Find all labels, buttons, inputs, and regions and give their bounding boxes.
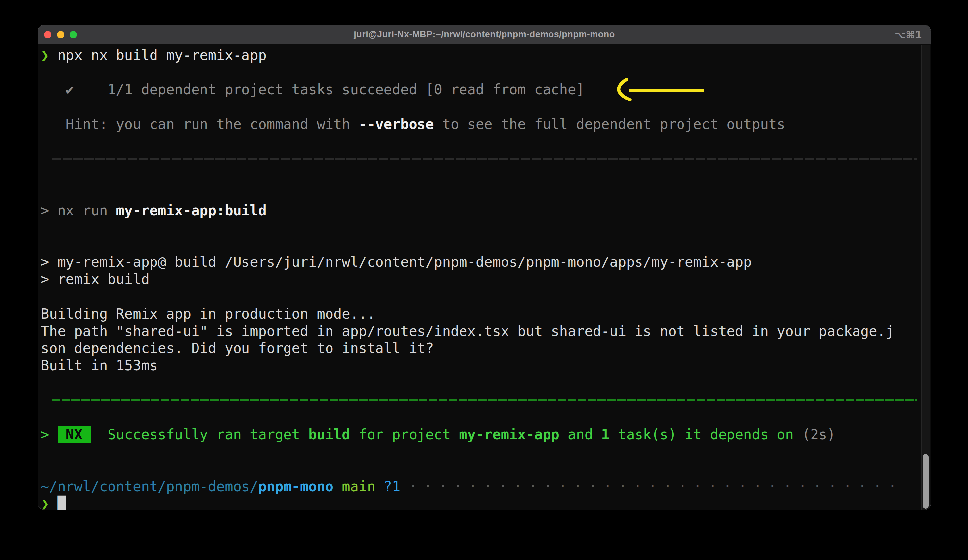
prompt-dots: ································· — [409, 478, 903, 494]
success-text: Successfully ran target — [91, 426, 308, 443]
nx-success-line: > NX Successfully ran target build for p… — [41, 426, 921, 443]
success-text-3: and — [559, 426, 601, 443]
command-text: npx nx build my-remix-app — [58, 47, 267, 63]
tab-shortcut-label: ⌥⌘1 — [895, 25, 922, 44]
command-line: ❯ npx nx build my-remix-app — [41, 46, 921, 64]
success-text-2: for project — [350, 426, 459, 443]
success-duration: (2s) — [802, 426, 835, 443]
remix-build-text: > remix build — [41, 271, 149, 287]
nx-run-line: > nx run my-remix-app:build — [41, 202, 921, 219]
success-target: build — [308, 426, 350, 443]
prompt-path-line: ~/nrwl/content/pnpm-demos/pnpm-mono main… — [41, 478, 921, 495]
terminal-output[interactable]: ❯ npx nx build my-remix-app ✔ 1/1 depend… — [38, 44, 931, 510]
blank-line — [41, 167, 921, 185]
blank-line — [41, 375, 921, 392]
separator-line — [41, 392, 921, 409]
remix-build-line: > remix build — [41, 271, 921, 288]
building-line: Building Remix app in production mode... — [41, 306, 921, 323]
terminal-cursor: █ — [58, 496, 66, 510]
blank-line — [41, 64, 921, 81]
warning-line-2: son dependencies. Did you forget to inst… — [41, 340, 921, 357]
tasks-succeeded-line: ✔ 1/1 dependent project tasks succeeded … — [41, 81, 921, 98]
terminal-window: juri@Juri-Nx-MBP:~/nrwl/content/pnpm-dem… — [38, 25, 931, 510]
separator-rule — [51, 158, 917, 160]
blank-line — [41, 99, 921, 116]
warning-text-2: son dependencies. Did you forget to inst… — [41, 340, 434, 356]
hint-text: Hint: you can run the command with — [41, 116, 359, 132]
desktop: juri@Juri-Nx-MBP:~/nrwl/content/pnpm-dem… — [0, 0, 968, 560]
blank-line — [41, 185, 921, 202]
blank-line — [41, 288, 921, 306]
success-task-count: 1 — [601, 426, 609, 443]
built-line: Built in 153ms — [41, 357, 921, 374]
blank-line — [41, 461, 921, 478]
tasks-succeeded-text: 1/1 dependent project tasks succeeded [0… — [108, 81, 584, 97]
prompt-input-line: ❯ █ — [41, 495, 921, 510]
cwd-path: ~/nrwl/content/pnpm-demos/ — [41, 478, 258, 494]
warning-text-1: The path "shared-ui" is imported in app/… — [41, 323, 894, 339]
scrollbar-track[interactable] — [922, 45, 930, 510]
success-text-4: task(s) it depends on — [610, 426, 802, 443]
separator-line — [41, 150, 921, 167]
check-icon: ✔ — [41, 81, 108, 97]
blank-line — [41, 236, 921, 254]
separator-rule — [51, 399, 917, 401]
hint-text-end: to see the full dependent project output… — [434, 116, 785, 132]
git-branch: main — [333, 478, 375, 494]
built-time-text: Built in 153ms — [41, 357, 158, 373]
scrollbar-thumb[interactable] — [923, 454, 929, 509]
run-target: my-remix-app:build — [116, 202, 267, 218]
blank-line — [41, 133, 921, 150]
pkg-script-line: > my-remix-app@ build /Users/juri/nrwl/c… — [41, 254, 921, 271]
nx-badge: NX — [58, 426, 91, 443]
window-title: juri@Juri-Nx-MBP:~/nrwl/content/pnpm-dem… — [38, 30, 931, 40]
hint-line: Hint: you can run the command with --ver… — [41, 116, 921, 133]
titlebar[interactable]: juri@Juri-Nx-MBP:~/nrwl/content/pnpm-dem… — [38, 25, 931, 44]
git-status: ?1 — [375, 478, 409, 494]
blank-line — [41, 219, 921, 236]
run-prefix: > nx run — [41, 202, 116, 218]
building-text: Building Remix app in production mode... — [41, 306, 375, 322]
blank-line — [41, 443, 921, 461]
verbose-flag: --verbose — [359, 116, 434, 132]
prompt-chevron: ❯ — [41, 496, 58, 510]
warning-line-1: The path "shared-ui" is imported in app/… — [41, 323, 921, 340]
blank-line — [41, 409, 921, 426]
prompt-chevron: ❯ — [41, 47, 58, 63]
success-prefix: > — [41, 426, 58, 443]
pkg-script-text: > my-remix-app@ build /Users/juri/nrwl/c… — [41, 254, 752, 270]
cwd-dir: pnpm-mono — [258, 478, 333, 494]
success-project: my-remix-app — [459, 426, 559, 443]
